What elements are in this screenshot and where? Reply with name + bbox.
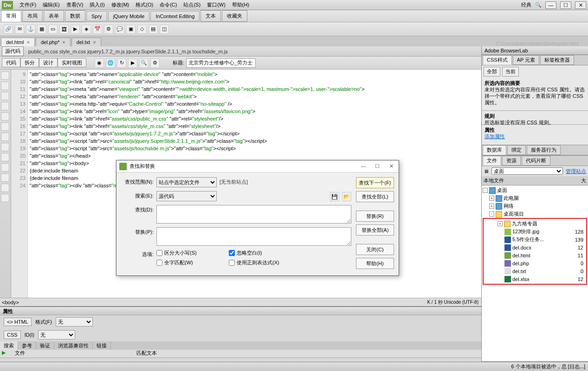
- menu-W[interactable]: 窗口(W): [204, 0, 228, 9]
- tree-row[interactable]: +九方格专题: [485, 220, 585, 228]
- ignore-whitespace-checkbox[interactable]: [229, 250, 235, 256]
- insert-tab[interactable]: jQuery Mobile: [108, 11, 150, 21]
- browserlab-panel[interactable]: Adobe BrowserLab: [482, 46, 588, 55]
- line-numbers-icon[interactable]: [1, 122, 9, 131]
- tree-row[interactable]: -桌面项目: [483, 210, 587, 218]
- dialog-title-bar[interactable]: 查找和替换 — ☐ ✕: [116, 160, 399, 173]
- tag-icon[interactable]: ◫: [160, 25, 169, 34]
- search-icon[interactable]: 🔍: [535, 2, 542, 8]
- syntax-icon[interactable]: [1, 143, 9, 151]
- files-tree[interactable]: -桌面+此电脑+网络-桌面项目+九方格专题123快排.jpg1285.5作业任务…: [482, 186, 588, 361]
- dialog-restore-icon[interactable]: ☐: [373, 163, 382, 169]
- inspect-icon[interactable]: 🔍: [139, 58, 149, 68]
- dialog-button[interactable]: 替换全部(A): [356, 224, 394, 236]
- insert-tab[interactable]: 收藏夹: [222, 10, 247, 22]
- format-select[interactable]: 无: [56, 317, 93, 326]
- related-file[interactable]: touchslide_m.js: [193, 49, 228, 54]
- select-parent-icon[interactable]: [1, 102, 9, 110]
- tab-close-icon[interactable]: ×: [27, 39, 30, 45]
- whole-word-checkbox[interactable]: [156, 260, 162, 266]
- nav-icon[interactable]: ▶: [128, 58, 137, 68]
- table-icon[interactable]: ▦: [37, 25, 46, 34]
- replace-input[interactable]: [156, 227, 351, 246]
- document-tab[interactable]: del.php* ×: [36, 38, 71, 46]
- panel-tab[interactable]: 文件: [483, 156, 501, 166]
- hyperlink-icon[interactable]: 🔗: [4, 25, 13, 34]
- manage-sites-link[interactable]: 管理站点: [566, 168, 586, 175]
- expand-icon[interactable]: -: [489, 211, 494, 217]
- find-input[interactable]: [156, 205, 351, 224]
- document-tab[interactable]: del.txt ×: [71, 38, 101, 46]
- dialog-minimize-icon[interactable]: —: [359, 163, 368, 169]
- panel-tab[interactable]: 绑定: [507, 145, 526, 155]
- css-current-button[interactable]: 当前: [502, 67, 519, 77]
- minimize-button[interactable]: —: [545, 1, 556, 9]
- view-button[interactable]: 代码: [2, 58, 20, 67]
- tree-row[interactable]: -桌面: [483, 186, 587, 194]
- indent-icon[interactable]: [1, 153, 9, 161]
- results-tab[interactable]: 搜索: [0, 341, 18, 350]
- related-file[interactable]: style_m.css: [59, 49, 86, 54]
- anchor-icon[interactable]: ⚓: [26, 25, 35, 34]
- menu-E[interactable]: 编辑(E): [40, 0, 63, 9]
- menu-F[interactable]: 文件(F): [17, 0, 39, 9]
- panel-tab[interactable]: CSS样式: [483, 55, 512, 65]
- maximize-button[interactable]: ☐: [560, 1, 571, 9]
- panel-tab[interactable]: 代码片断: [522, 156, 550, 166]
- site-select[interactable]: 桌面: [491, 167, 563, 175]
- wrap-tag-icon[interactable]: [1, 194, 9, 202]
- tree-row[interactable]: del.xlsx12: [485, 275, 585, 283]
- related-file[interactable]: jquery1.7.2_m.js: [87, 49, 125, 54]
- id-select[interactable]: 无: [38, 330, 75, 339]
- outdent-icon[interactable]: [1, 163, 9, 172]
- script-icon[interactable]: ◇: [137, 25, 147, 34]
- panel-tab[interactable]: 服务器行为: [527, 145, 561, 155]
- tree-row[interactable]: 5.5作业任务...139: [485, 236, 585, 243]
- tab-close-icon[interactable]: ×: [62, 39, 65, 45]
- expand-icon[interactable]: -: [483, 188, 488, 193]
- dialog-close-icon[interactable]: ✕: [387, 163, 396, 169]
- insert-tab[interactable]: 文本: [200, 10, 221, 22]
- dialog-button[interactable]: 关闭(C): [356, 244, 394, 255]
- related-file[interactable]: jquery.SuperSlide.2.1.1_m.js: [126, 49, 191, 54]
- browser-icon[interactable]: 🌐: [106, 58, 115, 68]
- match-case-checkbox[interactable]: [156, 250, 162, 256]
- css-all-button[interactable]: 全部: [484, 67, 500, 77]
- css-mode-button[interactable]: CSS: [4, 331, 21, 339]
- results-tab[interactable]: 参考: [18, 341, 36, 350]
- expand-icon[interactable]: +: [489, 196, 494, 201]
- head-icon[interactable]: ▣: [126, 25, 136, 34]
- server-icon[interactable]: ⚙: [104, 25, 113, 34]
- insert-tab[interactable]: 数据: [65, 10, 85, 22]
- play-icon[interactable]: ▶: [2, 350, 6, 358]
- highlight-icon[interactable]: [1, 133, 9, 141]
- tree-row[interactable]: del.html11: [485, 251, 585, 259]
- media-icon[interactable]: ▶: [71, 25, 80, 34]
- panel-tab[interactable]: 数据库: [483, 145, 506, 155]
- collapse-icon[interactable]: [1, 82, 9, 90]
- source-code-button[interactable]: 源代码: [2, 46, 24, 56]
- menu-H[interactable]: 帮助(H): [229, 0, 252, 9]
- close-button[interactable]: ✕: [575, 1, 586, 9]
- insert-tab[interactable]: 表单: [44, 10, 64, 22]
- search-select[interactable]: 源代码: [156, 191, 217, 201]
- email-icon[interactable]: ✉: [15, 25, 24, 34]
- tree-row[interactable]: 123快排.jpg128: [485, 228, 585, 236]
- dialog-button[interactable]: 查找下一个(F): [356, 177, 394, 188]
- scope-select[interactable]: 站点中选定的文件: [156, 177, 217, 187]
- properties-header[interactable]: 属性: [0, 307, 481, 315]
- document-tab[interactable]: del.html ×: [1, 38, 35, 46]
- expand-icon[interactable]: +: [498, 221, 503, 226]
- dialog-button[interactable]: 帮助(H): [356, 258, 394, 269]
- add-property-link[interactable]: 添加属性: [485, 134, 505, 139]
- comment-tool-icon[interactable]: [1, 184, 9, 192]
- tree-row[interactable]: del.php0: [485, 259, 585, 267]
- expand-icon[interactable]: [1, 92, 9, 100]
- dialog-button[interactable]: 查找全部(L): [356, 191, 394, 202]
- title-input[interactable]: [186, 58, 256, 68]
- panel-tab[interactable]: 标签检查器: [540, 55, 574, 65]
- widget-icon[interactable]: ◈: [82, 25, 91, 34]
- format-icon[interactable]: [1, 173, 9, 182]
- tree-row[interactable]: del.docx12: [485, 243, 585, 251]
- date-icon[interactable]: 📅: [93, 25, 102, 34]
